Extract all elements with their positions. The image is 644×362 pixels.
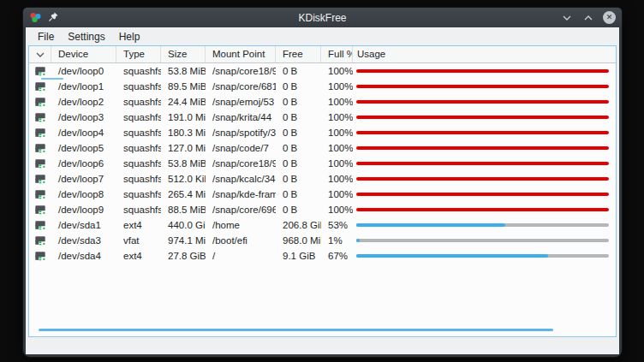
cell-type: squashfs	[116, 97, 161, 107]
table-row[interactable]: /dev/loop0 squashfs 53.8 MiB /snap/core1…	[29, 63, 616, 79]
table-row[interactable]: /dev/loop8 squashfs 265.4 MiB /snap/kde-…	[29, 187, 616, 202]
cell-free: 968.0 MiB	[276, 235, 321, 246]
cell-mount-point: /snap/core18/941	[206, 66, 276, 76]
cell-mount-point: /snap/kcalc/34	[206, 174, 276, 184]
header-size[interactable]: Size	[161, 46, 206, 62]
menu-settings[interactable]: Settings	[61, 29, 111, 45]
usage-bar-track	[356, 69, 609, 73]
table-row[interactable]: /dev/loop4 squashfs 180.3 MiB /snap/spot…	[29, 125, 616, 140]
horizontal-scrollbar[interactable]	[39, 329, 553, 331]
menu-help[interactable]: Help	[112, 29, 147, 45]
table-row[interactable]: /dev/sda4 ext4 27.8 GiB / 9.1 GiB 67%	[29, 248, 616, 264]
usage-bar-track	[356, 100, 609, 104]
table-body: /dev/loop0 squashfs 53.8 MiB /snap/core1…	[29, 63, 616, 264]
cell-size: 24.4 MiB	[161, 97, 206, 107]
cell-full-pct: 100%	[321, 128, 353, 138]
cell-device: /dev/sda3	[51, 235, 116, 246]
cell-free: 0 B	[276, 205, 321, 215]
cell-device: /dev/loop5	[51, 143, 116, 153]
disk-device-icon	[34, 96, 46, 108]
disk-device-icon	[34, 65, 46, 77]
usage-bar-track	[356, 223, 609, 227]
disk-device-icon	[34, 204, 46, 216]
window-title: KDiskFree	[23, 12, 622, 24]
disk-table: Device Type Size Mount Point Free Full %…	[28, 45, 617, 337]
cell-type: ext4	[116, 220, 161, 230]
header-sort-column[interactable]	[29, 46, 51, 62]
table-row[interactable]: /dev/loop9 squashfs 88.5 MiB /snap/core/…	[29, 202, 616, 217]
cell-device: /dev/sda1	[51, 220, 116, 230]
table-row[interactable]: /dev/loop5 squashfs 127.0 MiB /snap/code…	[29, 140, 616, 156]
cell-size: 191.0 MiB	[161, 112, 206, 122]
cell-mount-point: /snap/emoj/53	[206, 97, 276, 107]
cell-full-pct: 100%	[321, 66, 353, 76]
table-row[interactable]: /dev/loop6 squashfs 53.8 MiB /snap/core1…	[29, 156, 616, 171]
usage-bar-track	[356, 85, 609, 88]
usage-bar-fill	[356, 85, 609, 88]
maximize-button[interactable]	[581, 11, 594, 24]
header-free[interactable]: Free	[276, 46, 321, 62]
cell-type: squashfs	[116, 143, 161, 153]
usage-bar-fill	[356, 254, 548, 258]
cell-device: /dev/loop7	[51, 174, 116, 184]
menu-file[interactable]: File	[31, 29, 61, 45]
cell-full-pct: 53%	[321, 220, 353, 230]
cell-type: squashfs	[116, 112, 161, 122]
cell-size: 89.5 MiB	[161, 81, 206, 92]
usage-bar-fill	[356, 100, 609, 104]
cell-device: /dev/loop1	[51, 81, 116, 92]
titlebar[interactable]: KDiskFree ✕	[23, 8, 622, 27]
cell-size: 512.0 KiB	[161, 174, 206, 184]
table-row[interactable]: /dev/loop1 squashfs 89.5 MiB /snap/core/…	[29, 79, 616, 94]
usage-bar-fill	[356, 131, 609, 134]
minimize-button[interactable]	[560, 11, 573, 24]
disk-device-icon	[34, 142, 46, 154]
cell-full-pct: 100%	[321, 205, 353, 215]
table-row[interactable]: /dev/loop3 squashfs 191.0 MiB /snap/krit…	[29, 110, 616, 125]
statusbar	[26, 337, 619, 354]
cell-type: squashfs	[116, 158, 161, 169]
pin-icon[interactable]	[48, 11, 61, 24]
usage-bar-fill	[356, 162, 609, 165]
usage-bar-fill	[356, 116, 609, 119]
cell-device: /dev/loop8	[51, 189, 116, 199]
focus-underline	[41, 78, 63, 80]
cell-full-pct: 100%	[321, 189, 353, 199]
header-mount-point[interactable]: Mount Point	[206, 46, 276, 62]
cell-free: 0 B	[276, 66, 321, 76]
cell-free: 0 B	[276, 112, 321, 122]
usage-bar-track	[356, 146, 609, 150]
cell-device: /dev/loop6	[51, 158, 116, 169]
close-button[interactable]: ✕	[603, 11, 616, 24]
usage-bar-fill	[356, 223, 505, 227]
table-row[interactable]: /dev/loop7 squashfs 512.0 KiB /snap/kcal…	[29, 171, 616, 187]
cell-mount-point: /home	[206, 220, 276, 230]
table-row[interactable]: /dev/loop2 squashfs 24.4 MiB /snap/emoj/…	[29, 94, 616, 110]
header-full-pct[interactable]: Full %	[321, 46, 353, 62]
cell-size: 27.8 GiB	[161, 251, 206, 261]
cell-full-pct: 100%	[321, 174, 353, 184]
cell-size: 180.3 MiB	[161, 128, 206, 138]
table-row[interactable]: /dev/sda1 ext4 440.0 GiB /home 206.8 GiB…	[29, 217, 616, 233]
cell-type: squashfs	[116, 66, 161, 76]
cell-device: /dev/loop4	[51, 128, 116, 138]
cell-size: 88.5 MiB	[161, 205, 206, 215]
cell-mount-point: /snap/code/7	[206, 143, 276, 153]
app-icon[interactable]	[29, 11, 42, 24]
cell-full-pct: 100%	[321, 112, 353, 122]
usage-bar-fill	[356, 69, 609, 73]
header-usage[interactable]: Usage	[353, 46, 616, 62]
cell-full-pct: 1%	[321, 235, 353, 246]
disk-device-icon	[34, 188, 46, 200]
cell-mount-point: /snap/core/6964	[206, 205, 276, 215]
cell-size: 53.8 MiB	[161, 66, 206, 76]
cell-full-pct: 100%	[321, 143, 353, 153]
cell-size: 974.1 MiB	[161, 235, 206, 246]
disk-device-icon	[34, 111, 46, 123]
kdiskfree-window: KDiskFree ✕ File Settings Help	[23, 8, 622, 357]
header-type[interactable]: Type	[116, 46, 161, 62]
table-row[interactable]: /dev/sda3 vfat 974.1 MiB /boot/efi 968.0…	[29, 233, 616, 248]
header-device[interactable]: Device	[51, 46, 116, 62]
chevron-down-icon	[36, 52, 45, 57]
usage-bar-fill	[356, 239, 360, 242]
